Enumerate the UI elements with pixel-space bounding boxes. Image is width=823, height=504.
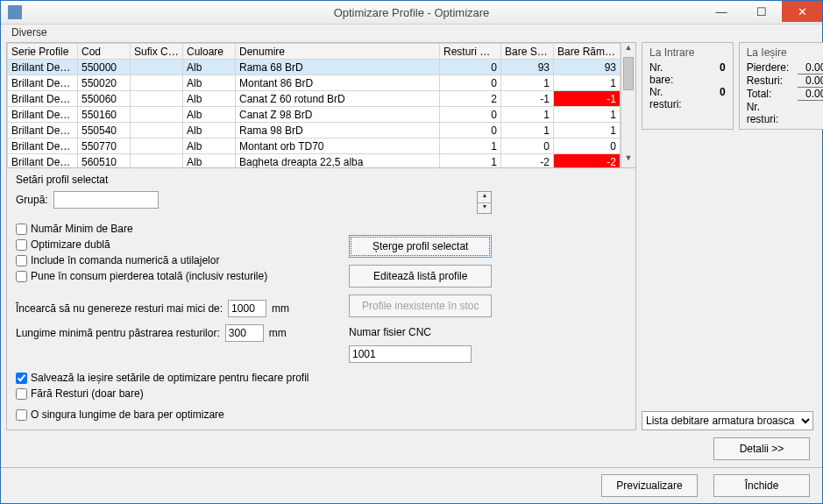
close-button[interactable]: ✕: [782, 1, 822, 22]
intrare-box: La Intrare Nr. bare:0 Nr. resturi:0: [642, 42, 734, 130]
table-row[interactable]: Brillant Design550160AlbCanat Z 98 BrD01…: [8, 107, 621, 123]
missing-profiles-button: Profile inexistente în stoc: [349, 295, 492, 317]
cnc-label: Numar fisier CNC: [349, 326, 492, 338]
title-bar[interactable]: Optimizare Profile - Optimizare — ☐ ✕: [1, 1, 822, 25]
previzualizare-button[interactable]: Previzualizare: [601, 474, 698, 497]
column-header[interactable]: Cod: [78, 44, 131, 60]
app-window: Optimizare Profile - Optimizare — ☐ ✕ Di…: [0, 0, 823, 504]
cnc-input[interactable]: [349, 345, 472, 363]
resturi-min-input[interactable]: [228, 300, 266, 317]
inchide-button[interactable]: Închide: [713, 474, 810, 497]
ck-pierdere[interactable]: Pune în consum pierderea totală (inclusi…: [16, 270, 323, 282]
ck-opt-dubla[interactable]: Optimizare dublă: [16, 238, 323, 251]
stepper-up-icon[interactable]: ▲: [478, 192, 491, 202]
delete-profile-button[interactable]: Șterge profil selectat: [349, 235, 492, 258]
column-header[interactable]: Serie Profile: [8, 44, 78, 60]
settings-panel: Setări profil selectat Grupă: Număr Mini…: [6, 168, 636, 430]
table-row[interactable]: Brillant Design550770AlbMontant orb TD70…: [8, 138, 621, 154]
ck-singura-lungime[interactable]: O singura lungime de bara per optimizare: [16, 408, 627, 421]
detalii-button[interactable]: Detalii >>: [713, 437, 810, 460]
bottom-bar: Previzualizare Închide: [1, 467, 822, 504]
column-header[interactable]: Denumire: [236, 44, 440, 60]
table-row[interactable]: Brillant Design550540AlbRama 98 BrD011: [8, 123, 621, 138]
table-row[interactable]: Brillant Design550020AlbMontant 86 BrD01…: [8, 75, 621, 91]
settings-title: Setări profil selectat: [16, 174, 627, 186]
column-header[interactable]: Sufix Cod: [131, 44, 183, 60]
scroll-down-icon[interactable]: ▼: [621, 153, 635, 167]
ck-include-num[interactable]: Include în comanda numerică a utilajelor: [16, 254, 323, 266]
ck-fara-resturi[interactable]: Fără Resturi (doar bare): [16, 387, 627, 400]
profile-grid[interactable]: Serie ProfileCodSufix CodCuloareDenumire…: [6, 42, 636, 168]
ck-salveaza[interactable]: Salvează la ieșire setările de optimizar…: [16, 372, 627, 384]
table-row[interactable]: Brillant Design550000AlbRama 68 BrD09393: [8, 60, 621, 75]
lungime-min-label: Lungime minimă pentru păstrarea resturil…: [16, 327, 220, 339]
column-header[interactable]: Bare Rămase: [554, 44, 621, 60]
window-title: Optimizare Profile - Optimizare: [1, 6, 822, 19]
resturi-min-label: Încearcă să nu genereze resturi mai mici…: [16, 302, 223, 315]
menu-bar: Diverse: [1, 25, 822, 40]
stepper-down-icon[interactable]: ▼: [478, 202, 491, 213]
stepper[interactable]: ▲ ▼: [477, 191, 492, 214]
lista-debitare-combo[interactable]: Lista debitare armatura broasca: [642, 411, 813, 430]
grupa-label: Grupă:: [16, 194, 48, 206]
column-header[interactable]: Culoare: [183, 44, 236, 60]
scroll-up-icon[interactable]: ▲: [621, 43, 635, 57]
scroll-thumb[interactable]: [623, 57, 634, 90]
menu-diverse[interactable]: Diverse: [6, 25, 53, 40]
minimize-button[interactable]: —: [701, 1, 741, 22]
ck-min-bare[interactable]: Număr Minim de Bare: [16, 223, 323, 235]
edit-list-button[interactable]: Editează listă profile: [349, 265, 492, 287]
table-row[interactable]: Brillant Design560510AlbBagheta dreapta …: [8, 154, 621, 168]
grupa-input[interactable]: [53, 191, 159, 209]
lungime-min-input[interactable]: [225, 324, 264, 342]
column-header[interactable]: Resturi Stoc: [440, 44, 501, 60]
maximize-button[interactable]: ☐: [741, 1, 782, 22]
grid-scrollbar[interactable]: ▲ ▼: [621, 43, 635, 167]
iesire-box: La Ieșire Pierdere:0.00 % Resturi:0.00 %…: [739, 42, 823, 130]
table-row[interactable]: Brillant Design550060AlbCanat Z 60 rotun…: [8, 91, 621, 107]
column-header[interactable]: Bare Stoc: [501, 44, 554, 60]
